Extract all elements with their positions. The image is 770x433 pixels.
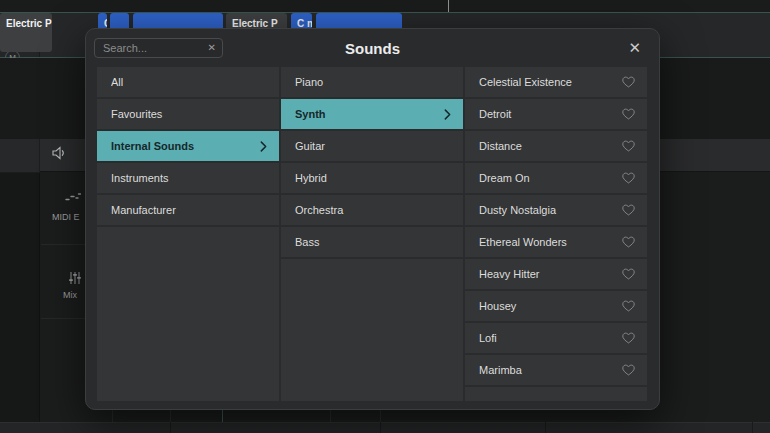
sounds-dialog-header: ✕ Sounds ✕ — [86, 29, 659, 67]
favourite-heart-icon[interactable] — [622, 140, 635, 152]
favourite-heart-icon[interactable] — [622, 76, 635, 88]
sound-label: Ethereal Wonders — [479, 236, 622, 248]
bottom-status-strip — [0, 422, 770, 433]
close-icon[interactable]: ✕ — [628, 39, 641, 57]
category-item[interactable]: Instruments — [97, 163, 279, 195]
sound-label: Distance — [479, 140, 622, 152]
section-header-left-cell — [0, 139, 40, 172]
category-item[interactable]: All — [97, 67, 279, 99]
sounds-dialog: ✕ Sounds ✕ All Favourites — [85, 28, 660, 410]
favourite-heart-icon[interactable] — [622, 236, 635, 248]
sound-item[interactable]: Detroit — [465, 99, 647, 131]
subcategory-label: Piano — [295, 76, 451, 88]
favourite-heart-icon[interactable] — [622, 332, 635, 344]
category-column: All Favourites Internal Sounds — [97, 67, 279, 401]
track-control-column — [0, 173, 40, 422]
sound-label: Heavy Hitter — [479, 268, 622, 280]
favourite-heart-icon[interactable] — [622, 108, 635, 120]
subcategory-label: Orchestra — [295, 204, 451, 216]
bottom-strip-divider — [752, 422, 753, 433]
subcategory-item[interactable]: Bass — [281, 227, 463, 259]
category-label: Favourites — [111, 108, 267, 120]
timeline-ruler-bar — [0, 0, 770, 12]
category-item[interactable]: Manufacturer — [97, 195, 279, 227]
sound-item[interactable]: Distance — [465, 131, 647, 163]
category-item[interactable]: Internal Sounds — [97, 131, 279, 163]
midi-pattern-icon — [65, 192, 81, 201]
dialog-title: Sounds — [86, 40, 659, 57]
sound-item[interactable]: Housey — [465, 291, 647, 323]
playhead[interactable] — [448, 0, 449, 12]
mixer-faders-icon — [68, 271, 82, 285]
sound-item[interactable]: Marimba — [465, 355, 647, 387]
sound-label: Marimba — [479, 364, 622, 376]
sound-item[interactable]: Heavy Hitter — [465, 259, 647, 291]
chord-region[interactable]: Electric P — [0, 13, 52, 52]
subcategory-label: Synth — [295, 108, 444, 120]
bottom-strip-divider — [545, 422, 546, 433]
subcategory-item[interactable]: Piano — [281, 67, 463, 99]
subcategory-item[interactable]: Synth — [281, 99, 463, 131]
sound-label: Lofi — [479, 332, 622, 344]
subcategory-label: Hybrid — [295, 172, 451, 184]
favourite-heart-icon[interactable] — [622, 204, 635, 216]
sound-label: Dusty Nostalgia — [479, 204, 622, 216]
sound-item[interactable]: Ethereal Wonders — [465, 227, 647, 259]
track-label-midi[interactable]: MIDI E — [52, 212, 80, 222]
bottom-strip-divider — [380, 422, 381, 433]
track-label-mix[interactable]: Mix — [63, 290, 77, 300]
speaker-icon[interactable] — [51, 146, 67, 160]
sound-browser-columns: All Favourites Internal Sounds — [97, 67, 647, 401]
subcategory-column: Piano Synth Guitar — [281, 67, 463, 401]
chevron-right-icon — [260, 141, 267, 152]
subcategory-item[interactable]: Hybrid — [281, 163, 463, 195]
chord-region-label: Electric P — [6, 18, 52, 29]
sound-label: Detroit — [479, 108, 622, 120]
subcategory-label: Bass — [295, 236, 451, 248]
category-item[interactable]: Favourites — [97, 99, 279, 131]
sound-list-column: Celestial Existence Detroit Distance — [465, 67, 647, 401]
sound-label: Celestial Existence — [479, 76, 622, 88]
sound-label: Housey — [479, 300, 622, 312]
sound-item[interactable]: Dream On — [465, 163, 647, 195]
sound-item[interactable]: Lofi — [465, 323, 647, 355]
subcategory-label: Guitar — [295, 140, 451, 152]
category-label: Instruments — [111, 172, 267, 184]
favourite-heart-icon[interactable] — [622, 300, 635, 312]
category-label: Internal Sounds — [111, 140, 260, 152]
sound-label: Dream On — [479, 172, 622, 184]
sound-item[interactable]: Dusty Nostalgia — [465, 195, 647, 227]
bottom-strip-divider — [170, 422, 171, 433]
chevron-right-icon — [444, 109, 451, 120]
category-label: Manufacturer — [111, 204, 267, 216]
favourite-heart-icon[interactable] — [622, 268, 635, 280]
favourite-heart-icon[interactable] — [622, 172, 635, 184]
subcategory-item[interactable]: Guitar — [281, 131, 463, 163]
favourite-heart-icon[interactable] — [622, 364, 635, 376]
sound-item[interactable]: Celestial Existence — [465, 67, 647, 99]
category-label: All — [111, 76, 267, 88]
subcategory-item[interactable]: Orchestra — [281, 195, 463, 227]
daw-screen: ⋮ M C min9 iv Electric P C min9 — [0, 0, 770, 433]
